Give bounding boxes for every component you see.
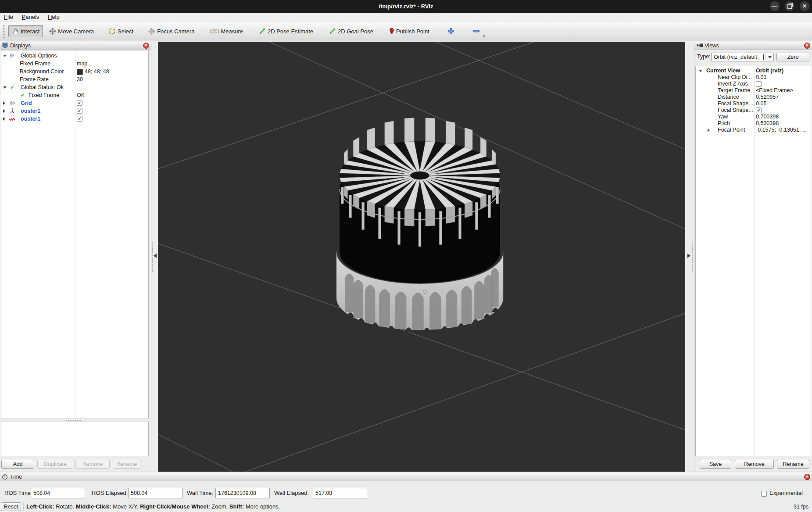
rename-display-button[interactable]: Rename — [113, 460, 140, 469]
tool-2d-pose-estimate[interactable]: 2D Pose Estimate — [255, 25, 317, 37]
remove-tool-button[interactable] — [468, 25, 485, 37]
ouster1-enabled-checkbox[interactable] — [77, 108, 82, 114]
tree-row-frame-rate[interactable]: Frame Rate 30 — [1, 75, 148, 83]
tree-row-ouster1-cloud[interactable]: ouster1 — [1, 107, 148, 115]
axes-icon — [9, 107, 16, 115]
tool-measure[interactable]: Measure — [207, 25, 247, 37]
expander-open-icon[interactable] — [699, 70, 702, 72]
view-row-pitch[interactable]: Pitch 0.530398 — [696, 120, 811, 127]
toolbar-grip[interactable] — [3, 25, 6, 38]
displays-panel-title: Displays — [10, 42, 31, 50]
experimental-checkbox[interactable] — [761, 491, 767, 497]
add-tool-button[interactable] — [443, 25, 459, 37]
menu-panels[interactable]: Panels — [22, 13, 39, 21]
tool-2d-goal-pose[interactable]: 2D Goal Pose — [326, 25, 377, 37]
remove-view-button[interactable]: Remove — [735, 460, 774, 469]
menu-file[interactable]: File — [4, 13, 13, 21]
collapse-left-arrow-icon[interactable] — [154, 254, 157, 258]
view-type-combo[interactable]: Orbit (rviz_default_ — [711, 53, 774, 61]
grid-enabled-checkbox[interactable] — [77, 100, 82, 106]
tree-row-grid[interactable]: Grid — [1, 99, 148, 107]
tree-row-background-color[interactable]: Background Color 48; 48; 48 — [1, 68, 148, 75]
minus-icon — [472, 27, 480, 35]
expander-open-icon[interactable] — [3, 86, 7, 89]
time-panel-header[interactable]: Time — [0, 473, 812, 481]
save-view-button[interactable]: Save — [700, 460, 731, 469]
add-display-button[interactable]: Add — [1, 460, 34, 469]
camera-icon — [696, 43, 704, 48]
toolbar: Interact Move Camera Select Focus Camera… — [0, 21, 812, 41]
ros-elapsed-input[interactable] — [128, 488, 182, 498]
menu-bar: File Panels Help — [0, 13, 812, 21]
menu-help[interactable]: Help — [48, 13, 60, 21]
tool-publish-point[interactable]: Publish Point — [386, 25, 433, 37]
hand-icon — [12, 28, 19, 35]
tool-interact[interactable]: Interact — [8, 25, 43, 37]
views-close-button[interactable] — [804, 43, 810, 49]
minimize-icon — [772, 6, 777, 7]
collapse-right-arrow-icon[interactable] — [687, 254, 690, 258]
duplicate-display-button[interactable]: Duplicate — [37, 460, 73, 469]
tree-row-ouster1-scan[interactable]: ouster1 — [1, 115, 148, 123]
color-swatch[interactable] — [77, 69, 83, 75]
views-panel-header[interactable]: Views — [694, 42, 812, 50]
status-bar: Reset Left-Click: Rotate. Middle-Click: … — [0, 501, 812, 512]
tree-row-global-status[interactable]: Global Status: Ok — [1, 83, 148, 91]
left-panel-gutter — [151, 42, 158, 472]
tool-select[interactable]: Select — [105, 25, 137, 37]
reset-button[interactable]: Reset — [1, 502, 21, 511]
view-row-yaw[interactable]: Yaw 0.700398 — [696, 114, 811, 120]
tree-row-fixed-frame[interactable]: Fixed Frame map — [1, 60, 148, 68]
laser-scan-icon — [9, 115, 16, 122]
displays-close-button[interactable] — [143, 43, 149, 49]
time-close-button[interactable] — [804, 474, 810, 480]
restore-button[interactable] — [785, 1, 794, 11]
tree-row-global-options[interactable]: Global Options — [1, 52, 148, 60]
status-ok-check-icon — [21, 91, 25, 99]
status-ok-check-icon — [10, 83, 14, 91]
ouster1-scan-enabled-checkbox[interactable] — [77, 116, 82, 122]
tool-focus-camera[interactable]: Focus Camera — [145, 25, 198, 37]
displays-panel: Displays Global Options Fixed Frame map … — [0, 42, 151, 472]
plus-icon — [447, 27, 455, 35]
minimize-button[interactable] — [770, 1, 780, 11]
view-row-focal-shape-fixed[interactable]: Focal Shape... — [696, 107, 811, 114]
displays-empty-area — [1, 422, 149, 456]
expander-open-icon[interactable] — [3, 55, 7, 57]
red-pin-icon — [389, 28, 394, 35]
ros-time-input[interactable] — [31, 488, 85, 498]
displays-tree[interactable]: Global Options Fixed Frame map Backgroun… — [1, 50, 149, 419]
restore-icon — [787, 4, 792, 9]
displays-panel-header[interactable]: Displays — [0, 42, 151, 50]
wall-time-input[interactable] — [215, 488, 270, 498]
focus-crosshair-icon — [148, 28, 155, 35]
tree-row-fixed-frame-status[interactable]: Fixed Frame OK — [1, 91, 148, 99]
view-row-focal-shape-size[interactable]: Focal Shape... 0.05 — [696, 100, 811, 107]
view-row-distance[interactable]: Distance 0.520957 — [696, 94, 811, 100]
expander-closed-icon[interactable] — [3, 109, 5, 113]
expander-closed-icon[interactable] — [708, 129, 710, 132]
right-panel-gutter — [685, 42, 694, 472]
view-row-target-frame[interactable]: Target Frame <Fixed Frame> — [696, 87, 811, 94]
view-row-near-clip[interactable]: Near Clip Di... 0.01 — [696, 74, 811, 81]
expander-closed-icon[interactable] — [3, 117, 5, 121]
render-viewport[interactable] — [158, 42, 685, 472]
rename-view-button[interactable]: Rename — [777, 460, 809, 469]
expander-closed-icon[interactable] — [3, 101, 5, 105]
ros-time-label: ROS Time: — [4, 488, 32, 498]
wall-elapsed-input[interactable] — [313, 488, 367, 498]
combo-dropdown-icon[interactable] — [765, 53, 773, 61]
monitor-icon — [2, 43, 8, 49]
close-button[interactable] — [800, 1, 809, 11]
focal-shape-checkbox[interactable] — [756, 107, 762, 113]
views-panel: Views Type: Orbit (rviz_default_ Zero Cu… — [694, 42, 812, 472]
view-row-current-view[interactable]: Current View Orbit (rviz) — [696, 68, 811, 74]
remove-display-button[interactable]: Remove — [75, 460, 110, 469]
views-tree[interactable]: Current View Orbit (rviz) Near Clip Di..… — [695, 66, 811, 456]
zero-button[interactable]: Zero — [776, 53, 809, 61]
invert-z-checkbox[interactable] — [756, 81, 762, 87]
panel-splitter[interactable] — [66, 419, 82, 421]
view-row-focal-point[interactable]: Focal Point -0.1575; -0.13051; ... — [696, 127, 811, 133]
tool-move-camera[interactable]: Move Camera — [46, 25, 97, 37]
view-row-invert-z[interactable]: Invert Z Axis — [696, 81, 811, 87]
